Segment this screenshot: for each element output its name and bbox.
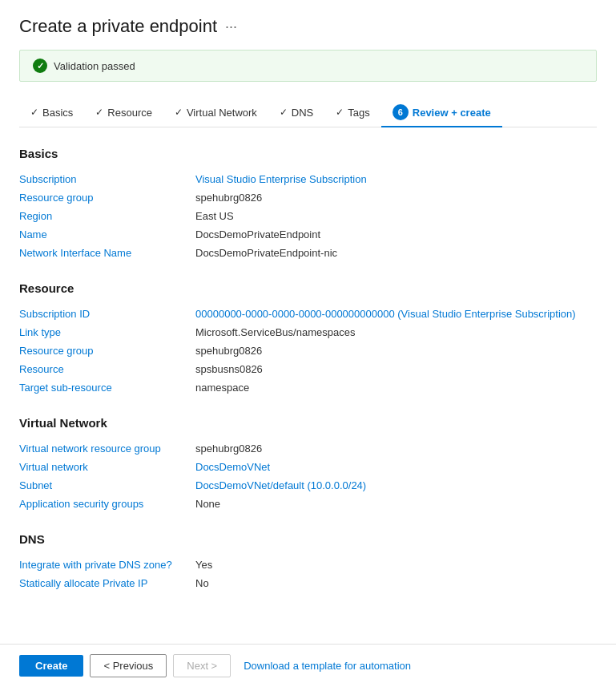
field-value-name: DocsDemoPrivateEndpoint [195, 228, 597, 240]
field-value-vnet-resource-group: spehubrg0826 [195, 443, 597, 455]
page-title-text: Create a private endpoint [19, 16, 217, 37]
field-label-network-interface-name: Network Interface Name [19, 247, 195, 259]
tab-virtual-network[interactable]: ✓ Virtual Network [163, 100, 268, 125]
section-virtual-network: Virtual Network Virtual network resource… [19, 416, 597, 513]
tab-review-create[interactable]: 6 Review + create [381, 98, 502, 127]
tab-check-dns: ✓ [280, 107, 288, 118]
field-integrate-dns: Integrate with private DNS zone? Yes [19, 556, 597, 574]
field-network-interface-name: Network Interface Name DocsDemoPrivateEn… [19, 244, 597, 262]
field-value-virtual-network[interactable]: DocsDemoVNet [195, 461, 597, 473]
field-label-static-ip: Statically allocate Private IP [19, 577, 195, 589]
validation-check-icon [33, 59, 47, 73]
tab-dns[interactable]: ✓ DNS [268, 100, 324, 125]
field-value-resource-group-resource: spehubrg0826 [195, 345, 597, 357]
field-label-name: Name [19, 228, 195, 240]
field-value-subscription[interactable]: Visual Studio Enterprise Subscription [195, 173, 597, 185]
field-label-resource: Resource [19, 363, 195, 375]
field-value-resource: spsbusns0826 [195, 363, 597, 375]
field-value-integrate-dns: Yes [195, 559, 597, 571]
validation-banner: Validation passed [19, 50, 597, 82]
tab-check-tags: ✓ [336, 107, 344, 118]
field-value-app-security-groups: None [195, 498, 597, 510]
field-value-static-ip: No [195, 577, 597, 589]
field-app-security-groups: Application security groups None [19, 495, 597, 513]
tab-check-basics: ✓ [30, 107, 38, 118]
field-value-resource-group-basics: spehubrg0826 [195, 192, 597, 204]
section-resource: Resource Subscription ID 00000000-0000-0… [19, 281, 597, 397]
page-title: Create a private endpoint ··· [19, 16, 597, 37]
field-subscription-id: Subscription ID 00000000-0000-0000-0000-… [19, 305, 597, 323]
tab-check-resource: ✓ [95, 107, 103, 118]
field-label-subnet: Subnet [19, 479, 195, 491]
field-virtual-network: Virtual network DocsDemoVNet [19, 458, 597, 476]
field-resource-group-basics: Resource group spehubrg0826 [19, 188, 597, 207]
previous-button[interactable]: < Previous [90, 654, 167, 677]
tab-resource[interactable]: ✓ Resource [84, 100, 163, 125]
next-button[interactable]: Next > [173, 654, 231, 677]
tab-bar: ✓ Basics ✓ Resource ✓ Virtual Network ✓ … [19, 98, 597, 127]
create-button[interactable]: Create [19, 655, 83, 677]
field-subscription: Subscription Visual Studio Enterprise Su… [19, 170, 597, 188]
tab-label-tags: Tags [348, 107, 369, 119]
field-value-region: East US [195, 210, 597, 222]
field-value-subscription-id[interactable]: 00000000-0000-0000-0000-000000000000 (Vi… [195, 308, 597, 320]
field-region: Region East US [19, 207, 597, 225]
section-title-basics: Basics [19, 147, 597, 160]
field-subnet: Subnet DocsDemoVNet/default (10.0.0.0/24… [19, 476, 597, 495]
field-label-subscription: Subscription [19, 173, 195, 185]
field-value-network-interface-name: DocsDemoPrivateEndpoint-nic [195, 247, 597, 259]
section-title-dns: DNS [19, 532, 597, 546]
tab-check-virtual-network: ✓ [175, 107, 183, 118]
field-value-subnet[interactable]: DocsDemoVNet/default (10.0.0.0/24) [195, 479, 597, 491]
field-static-ip: Statically allocate Private IP No [19, 574, 597, 592]
field-label-integrate-dns: Integrate with private DNS zone? [19, 559, 195, 571]
field-label-app-security-groups: Application security groups [19, 498, 195, 510]
field-value-link-type: Microsoft.ServiceBus/namespaces [195, 326, 597, 338]
section-title-resource: Resource [19, 281, 597, 295]
download-template-link[interactable]: Download a template for automation [244, 660, 411, 672]
field-vnet-resource-group: Virtual network resource group spehubrg0… [19, 439, 597, 458]
footer: Create < Previous Next > Download a temp… [0, 644, 616, 687]
field-resource-group-resource: Resource group spehubrg0826 [19, 341, 597, 360]
field-label-target-sub-resource: Target sub-resource [19, 382, 195, 394]
field-label-resource-group-resource: Resource group [19, 345, 195, 357]
section-basics: Basics Subscription Visual Studio Enterp… [19, 147, 597, 262]
ellipsis-menu[interactable]: ··· [225, 18, 237, 35]
tab-label-dns: DNS [292, 107, 313, 119]
field-name: Name DocsDemoPrivateEndpoint [19, 225, 597, 244]
field-target-sub-resource: Target sub-resource namespace [19, 378, 597, 397]
field-link-type: Link type Microsoft.ServiceBus/namespace… [19, 323, 597, 341]
validation-text: Validation passed [54, 60, 135, 72]
tab-basics[interactable]: ✓ Basics [19, 100, 84, 125]
tab-badge-review-create: 6 [393, 104, 409, 120]
field-value-target-sub-resource: namespace [195, 382, 597, 394]
tab-label-virtual-network: Virtual Network [187, 107, 257, 119]
field-resource: Resource spsbusns0826 [19, 360, 597, 378]
tab-label-basics: Basics [42, 107, 73, 119]
field-label-subscription-id: Subscription ID [19, 308, 195, 320]
field-label-resource-group-basics: Resource group [19, 192, 195, 204]
field-label-virtual-network: Virtual network [19, 461, 195, 473]
field-label-region: Region [19, 210, 195, 222]
field-label-link-type: Link type [19, 326, 195, 338]
tab-label-resource: Resource [107, 107, 152, 119]
tab-tags[interactable]: ✓ Tags [324, 100, 380, 125]
field-label-vnet-resource-group: Virtual network resource group [19, 443, 195, 455]
section-title-virtual-network: Virtual Network [19, 416, 597, 430]
tab-label-review-create: Review + create [413, 107, 491, 119]
section-dns: DNS Integrate with private DNS zone? Yes… [19, 532, 597, 592]
